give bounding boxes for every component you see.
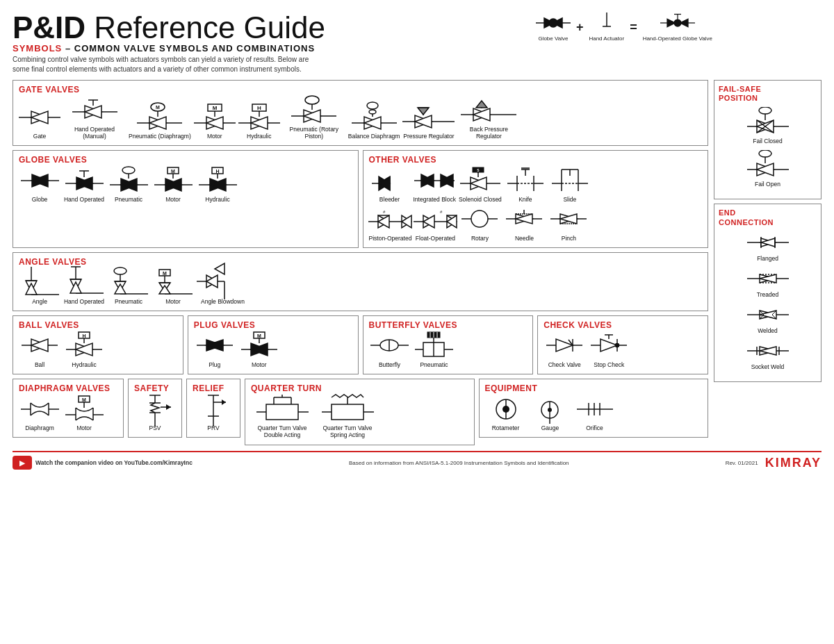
other-valve-piston: # Piston-Operated xyxy=(369,206,412,242)
ball-valve-hydraulic: H Hydraulic xyxy=(63,333,105,368)
end-connection-treaded: Treaded xyxy=(719,267,817,298)
svg-marker-238 xyxy=(600,339,617,352)
fail-safe-section: FAIL-SAFE POSITION Fail Closed xyxy=(714,80,821,199)
gate-valve-hydraulic: H Hydraulic xyxy=(238,104,280,140)
relief-prv: PRV xyxy=(193,396,234,431)
header-subtitle: SYMBOLS – COMMON VALVE SYMBOLS AND COMBI… xyxy=(13,43,821,53)
formula-globe: Globe Valve xyxy=(536,13,571,42)
svg-point-57 xyxy=(369,110,376,114)
gate-valve-pneumatic: M Pneumatic (Diaphragm) xyxy=(129,104,191,140)
svg-text:H: H xyxy=(257,105,261,111)
svg-marker-233 xyxy=(556,339,573,352)
svg-marker-181 xyxy=(115,284,126,294)
svg-text:M: M xyxy=(163,271,167,276)
svg-point-56 xyxy=(367,102,378,109)
footer: ▶ Watch the companion video on YouTube.c… xyxy=(13,451,821,470)
svg-marker-267 xyxy=(222,399,226,405)
quarter-turn-double: Quarter Turn Valve Double Acting xyxy=(251,396,313,438)
angle-valve-hand: Hand Operated xyxy=(63,270,105,305)
gate-valve-back-pressure: Back Pressure Regulator xyxy=(457,97,520,140)
svg-marker-261 xyxy=(166,404,171,410)
equipment-rotameter: Rotameter xyxy=(485,396,527,431)
end-connection-welded: Welded xyxy=(719,304,817,334)
fail-safe-closed: Fail Closed xyxy=(719,107,817,145)
ball-valve-ball: Ball xyxy=(19,333,60,368)
safety-section: SAFETY xyxy=(128,379,182,438)
gate-valve-motor: M Motor xyxy=(194,104,236,140)
other-valves-section: OTHER VALVES xyxy=(363,150,709,247)
svg-text:M: M xyxy=(156,105,160,110)
angle-valve-pneumatic: Pneumatic xyxy=(108,270,149,305)
footer-right: Rev. 01/2021 xyxy=(726,460,758,466)
svg-point-294 xyxy=(759,107,771,114)
end-connection-section: END CONNECTION Flanged xyxy=(714,204,821,381)
check-valve: Check Valve xyxy=(543,333,585,368)
gate-valves-section: GATE VALVES Gate xyxy=(13,80,708,146)
svg-point-3 xyxy=(549,19,557,27)
equipment-orifice: Orifice xyxy=(574,396,616,431)
stop-check-valve: Stop Check xyxy=(588,333,630,368)
other-valve-integrated: Integrated Block xyxy=(414,167,456,203)
butterfly-valves-section: BUTTERFLY VALVES xyxy=(363,315,534,374)
other-valve-pinch: Pinch xyxy=(548,206,589,242)
globe-valve-hand: Hand Operated xyxy=(63,167,105,203)
svg-marker-70 xyxy=(476,101,487,108)
svg-point-10 xyxy=(674,19,681,26)
diaphragm-valves-section: DIAPHRAGM VALVES xyxy=(13,379,124,438)
diaphragm-valve: Diaphragm xyxy=(19,396,60,431)
equipment-section: EQUIPMENT Rotameter xyxy=(479,379,709,438)
svg-text:#: # xyxy=(383,210,386,214)
plug-valve-motor: M Motor xyxy=(238,333,280,368)
youtube-text: Watch the companion video on YouTube.com… xyxy=(35,459,193,466)
other-valve-needle: Needle xyxy=(503,206,545,242)
end-connection-socket-weld: Socket Weld xyxy=(719,340,817,370)
gate-valves-row: Gate xyxy=(19,97,702,140)
plug-valves-section: PLUG VALVES xyxy=(188,315,359,374)
check-valves-section: CHECK VALVES xyxy=(537,315,708,374)
safety-psv: PSV xyxy=(134,396,176,431)
fail-safe-open: Fail Open xyxy=(719,150,817,188)
gate-valve-pneumatic-rotary: Pneumatic (Rotary Piston) xyxy=(283,97,345,140)
angle-valve-motor: M Motor xyxy=(152,270,194,305)
gate-valve-pressure-reg: Pressure Regulator xyxy=(402,104,455,140)
angle-valve-blowdown: Angle Blowdown xyxy=(197,270,249,305)
globe-valve-hydraulic: H Hydraulic xyxy=(197,167,238,203)
diaphragm-valve-motor: M Motor xyxy=(63,396,105,431)
end-connection-flanged: Flanged xyxy=(719,231,817,262)
butterfly-valve-butterfly: Butterfly xyxy=(369,333,411,368)
svg-text:M: M xyxy=(212,105,217,111)
angle-valve-angle: Angle xyxy=(19,270,60,305)
gate-valve-gate: Gate xyxy=(19,104,60,140)
svg-text:H: H xyxy=(82,333,85,338)
quarter-turn-spring: Quarter Turn Valve Spring Acting xyxy=(316,396,379,438)
svg-point-281 xyxy=(502,406,509,413)
svg-marker-63 xyxy=(418,108,429,115)
plug-valve-plug: Plug xyxy=(194,333,236,368)
globe-valve-pneumatic: Pneumatic xyxy=(108,167,149,203)
formula-result: Hand-Operated Globe Valve xyxy=(643,13,712,42)
quarter-turn-section: QUARTER TURN xyxy=(245,379,475,445)
globe-valves-section: GLOBE VALVES xyxy=(13,150,359,247)
other-valve-solenoid: S Solenoid Closed xyxy=(459,167,502,203)
header-description: Combining control valve symbols with act… xyxy=(13,55,443,74)
svg-point-302 xyxy=(759,150,771,157)
other-valve-bleeder: Bleeder xyxy=(369,167,411,203)
formula-hand: Hand Actuator xyxy=(589,13,624,42)
other-valve-knife: Knife xyxy=(505,167,546,203)
svg-point-154 xyxy=(471,210,488,227)
svg-point-86 xyxy=(122,167,135,174)
gate-valves-title: GATE VALVES xyxy=(19,85,702,94)
svg-text:H: H xyxy=(215,169,219,174)
gate-valve-hand: Hand Operated (Manual) xyxy=(63,97,126,140)
globe-valve-motor: M Motor xyxy=(152,167,194,203)
svg-point-50 xyxy=(305,96,319,104)
svg-rect-269 xyxy=(266,404,298,420)
other-valve-slide: Slide xyxy=(549,167,591,203)
svg-point-241 xyxy=(615,343,619,347)
angle-valves-section: ANGLE VALVES Ang xyxy=(13,252,708,311)
svg-marker-187 xyxy=(159,286,170,294)
svg-point-183 xyxy=(114,267,126,274)
other-valve-float: # Float-Operated xyxy=(414,206,456,242)
svg-text:#: # xyxy=(440,210,443,214)
svg-text:M: M xyxy=(171,169,175,174)
